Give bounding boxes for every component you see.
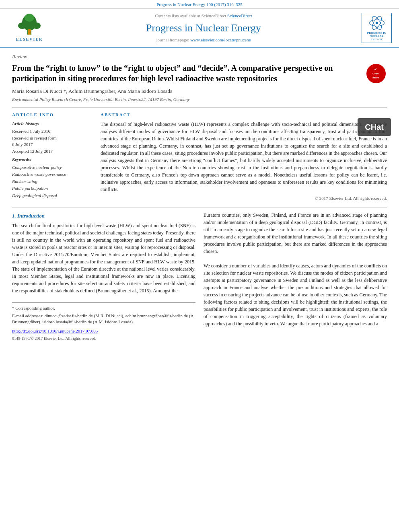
intro-number: 1. [12, 213, 16, 219]
authors-text: Maria Rosaria Di Nucci *, Achim Brunneng… [12, 88, 173, 94]
keywords-label: Keywords: [12, 156, 93, 162]
email-label: E-mail addresses: [12, 313, 43, 318]
journal-logo-right: PROGRESS IN NUCLEAR ENERGY [356, 13, 392, 43]
article-type: Review [12, 53, 387, 60]
intro-title: 1. Introduction [12, 212, 195, 220]
journal-title-center: Contents lists available at ScienceDirec… [51, 13, 356, 43]
abstract-heading: ABSTRACT [101, 112, 387, 118]
journal-main-title: Progress in Nuclear Energy [51, 21, 356, 35]
separator-line-2 [12, 207, 387, 207]
journal-citation: Progress in Nuclear Energy 100 (2017) 31… [156, 2, 243, 7]
keyword-2: Radioactive waste governance [12, 171, 93, 178]
keyword-3: Nuclear siting [12, 178, 93, 185]
crossmark-label: ✓CrossMark [372, 68, 379, 80]
intro-heading: Introduction [17, 213, 45, 219]
affiliation: Environmental Policy Research Centre, Fr… [12, 97, 387, 103]
article-info-right: ABSTRACT The disposal of high-level radi… [101, 112, 387, 201]
footer-copyright: 0149-1970/© 2017 Elsevier Ltd. All right… [12, 336, 195, 341]
svg-point-3 [33, 23, 41, 29]
body-left-column: 1. Introduction The search for final rep… [12, 212, 195, 341]
sciencedirect-link: Contents lists available at ScienceDirec… [51, 13, 356, 19]
article-info-section: ARTICLE INFO Article history: Received 1… [12, 112, 387, 201]
logo-text: PROGRESS IN NUCLEAR ENERGY [367, 32, 386, 41]
keyword-4: Public participation [12, 185, 93, 192]
atom-icon [367, 15, 387, 31]
elsevier-tree-icon [13, 14, 45, 36]
keyword-1: Comparative nuclear policy [12, 164, 93, 171]
revised-label: Received in revised form [12, 135, 93, 142]
accepted-date: Accepted 12 July 2017 [12, 148, 93, 155]
email-addresses: E-mail addresses: dinucci@zedat.fu-berli… [12, 313, 195, 325]
keyword-5: Deep geological disposal [12, 192, 93, 199]
article-content: Review From the “right to know” to the “… [0, 48, 399, 349]
doi-url[interactable]: http://dx.doi.org/10.1016/j.pnucene.2017… [12, 329, 98, 333]
svg-point-2 [18, 23, 26, 29]
homepage-url[interactable]: www.elsevier.com/locate/pnucene [190, 37, 251, 42]
chat-overlay[interactable]: CHat [358, 118, 391, 136]
sciencedirect-url[interactable]: ScienceDirect [227, 13, 252, 18]
abstract-text: The disposal of high-level radioactive w… [101, 121, 387, 193]
article-history-label: Article history: [12, 121, 93, 127]
received-date: Received 1 July 2016 [12, 128, 93, 135]
footnote-area: * Corresponding author. E-mail addresses… [12, 302, 195, 341]
chat-label: CHat [365, 123, 384, 131]
crossmark-circle: ✓CrossMark [366, 64, 386, 83]
revised-date: 6 July 2017 [12, 141, 93, 148]
journal-header: ELSEVIER Contents lists available at Sci… [0, 9, 399, 48]
copyright: © 2017 Elsevier Ltd. All rights reserved… [101, 195, 387, 201]
journal-top-bar: Progress in Nuclear Energy 100 (2017) 31… [0, 0, 399, 9]
intro-left-text: The search for final repositories for hi… [12, 222, 195, 294]
separator-line [12, 107, 387, 108]
crossmark-badge: ✓CrossMark [365, 63, 387, 85]
keywords-list: Comparative nuclear policy Radioactive w… [12, 164, 93, 199]
journal-logo-box: PROGRESS IN NUCLEAR ENERGY [362, 13, 392, 43]
article-title-text: From the “right to know” to the “right t… [12, 64, 333, 83]
doi-link[interactable]: http://dx.doi.org/10.1016/j.pnucene.2017… [12, 328, 195, 334]
body-columns: 1. Introduction The search for final rep… [12, 212, 387, 341]
body-right-column: Euratom countries, only Sweden, Finland,… [204, 212, 387, 341]
homepage-link: journal homepage: www.elsevier.com/locat… [51, 37, 356, 43]
elsevier-logo: ELSEVIER [7, 14, 51, 42]
corresponding-author: * Corresponding author. [12, 305, 195, 311]
article-title: From the “right to know” to the “right t… [12, 63, 387, 84]
authors: Maria Rosaria Di Nucci *, Achim Brunneng… [12, 88, 387, 95]
article-info-left: ARTICLE INFO Article history: Received 1… [12, 112, 93, 201]
svg-point-4 [25, 14, 34, 22]
article-info-heading: ARTICLE INFO [12, 112, 93, 118]
svg-rect-6 [28, 31, 31, 35]
svg-point-10 [375, 22, 378, 24]
intro-right-text: Euratom countries, only Sweden, Finland,… [204, 212, 387, 327]
elsevier-label: ELSEVIER [16, 37, 43, 42]
